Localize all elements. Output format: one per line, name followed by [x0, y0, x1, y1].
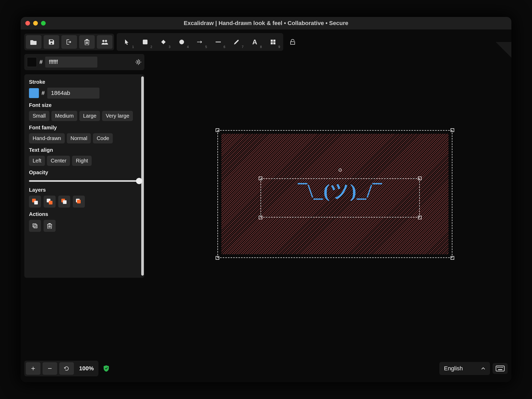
canvas[interactable]: ¯\_(ツ)_/¯: [144, 70, 511, 382]
hash-label: #: [42, 90, 45, 96]
svg-rect-15: [498, 367, 499, 368]
opacity-label: Opacity: [29, 170, 140, 176]
font-family-handdrawn[interactable]: Hand-drawn: [29, 133, 65, 143]
canvas-bg-swatch[interactable]: [27, 57, 37, 67]
font-family-label: Font family: [29, 125, 140, 131]
tool-number: 3: [169, 45, 170, 49]
svg-rect-7: [273, 40, 275, 42]
duplicate-button[interactable]: [29, 220, 41, 232]
properties-panel: Stroke # Font size Small Medium Large Ve…: [24, 74, 144, 278]
svg-rect-13: [496, 366, 504, 371]
close-window-button[interactable]: [25, 21, 30, 26]
export-button[interactable]: [61, 35, 77, 49]
keyboard-shortcuts-button[interactable]: [493, 363, 508, 374]
collaborate-button[interactable]: [97, 35, 113, 49]
canvas-bg-input[interactable]: [45, 57, 97, 68]
titlebar: Excalidraw | Hand-drawn look & feel • Co…: [21, 17, 511, 29]
opacity-slider[interactable]: [29, 180, 140, 182]
resize-handle-tl[interactable]: [259, 177, 262, 180]
tool-rectangle[interactable]: 2: [136, 34, 154, 50]
stroke-row: #: [29, 88, 140, 99]
tool-text[interactable]: A 8: [246, 34, 264, 50]
font-size-very-large[interactable]: Very large: [102, 111, 133, 121]
resize-handle-tr[interactable]: [418, 177, 422, 180]
bring-forward-button[interactable]: [58, 196, 70, 208]
zoom-out-button[interactable]: −: [43, 362, 57, 375]
font-family-normal[interactable]: Normal: [67, 133, 91, 143]
resize-handle-tl[interactable]: [216, 128, 219, 132]
svg-rect-18: [502, 367, 503, 368]
text-align-right[interactable]: Right: [72, 156, 92, 166]
font-size-large[interactable]: Large: [79, 111, 100, 121]
svg-rect-12: [34, 225, 37, 228]
tool-arrow[interactable]: 5: [191, 34, 209, 50]
font-family-options: Hand-drawn Normal Code: [29, 133, 140, 143]
svg-rect-11: [33, 224, 36, 227]
minimize-window-button[interactable]: [33, 21, 38, 26]
language-select[interactable]: English: [439, 362, 490, 375]
tool-library[interactable]: 9: [264, 34, 282, 50]
open-button[interactable]: [26, 35, 42, 49]
svg-rect-2: [143, 40, 147, 44]
opacity-thumb[interactable]: [136, 178, 142, 184]
bring-to-front-button[interactable]: [73, 196, 85, 208]
tool-number: 1: [132, 45, 134, 49]
maximize-window-button[interactable]: [41, 21, 46, 26]
resize-handle-br[interactable]: [451, 256, 454, 260]
stroke-input[interactable]: [47, 88, 99, 99]
panel-scrollbar[interactable]: [141, 76, 144, 276]
window-title: Excalidraw | Hand-drawn look & feel • Co…: [184, 20, 348, 27]
tool-draw[interactable]: 7: [227, 34, 246, 50]
svg-rect-17: [501, 367, 502, 368]
font-size-medium[interactable]: Medium: [51, 111, 77, 121]
svg-point-0: [102, 40, 104, 42]
resize-handle-br[interactable]: [418, 216, 422, 219]
send-backward-button[interactable]: [44, 196, 56, 208]
font-size-small[interactable]: Small: [29, 111, 49, 121]
stroke-swatch[interactable]: [29, 88, 39, 98]
resize-handle-bl[interactable]: [216, 256, 219, 260]
text-shape[interactable]: ¯\_(ツ)_/¯: [264, 178, 416, 203]
zoom-level: 100%: [76, 365, 97, 372]
tool-number: 5: [205, 45, 207, 49]
traffic-lights: [25, 21, 46, 26]
font-size-options: Small Medium Large Very large: [29, 111, 140, 121]
tool-selection[interactable]: 1: [118, 34, 136, 50]
save-button[interactable]: [44, 35, 59, 49]
svg-point-1: [105, 40, 107, 42]
zoom-reset-button[interactable]: [59, 362, 74, 375]
tool-toolbar: 1 2 3 4 5: [117, 33, 283, 51]
shield-icon[interactable]: [103, 365, 109, 372]
clear-canvas-button[interactable]: [79, 35, 95, 49]
send-to-back-button[interactable]: [29, 196, 41, 208]
tool-number: 7: [242, 45, 244, 49]
app-window: Excalidraw | Hand-drawn look & feel • Co…: [21, 17, 511, 382]
text-align-left[interactable]: Left: [29, 156, 45, 166]
text-align-label: Text align: [29, 147, 140, 153]
github-corner[interactable]: [496, 42, 511, 58]
tool-diamond[interactable]: 3: [154, 34, 173, 50]
text-align-center[interactable]: Center: [47, 156, 70, 166]
resize-handle-bl[interactable]: [259, 216, 262, 219]
rotate-handle[interactable]: [339, 168, 342, 172]
resize-handle-tr[interactable]: [451, 128, 454, 132]
tool-number: 6: [223, 45, 225, 49]
settings-button[interactable]: [135, 59, 142, 65]
tool-number: 4: [187, 45, 189, 49]
font-size-label: Font size: [29, 102, 140, 108]
language-label: English: [444, 365, 463, 372]
delete-button[interactable]: [44, 220, 56, 232]
layer-buttons: [29, 196, 140, 208]
tool-ellipse[interactable]: 4: [173, 34, 191, 50]
main-area: Stroke # Font size Small Medium Large Ve…: [21, 70, 511, 382]
svg-rect-8: [271, 42, 273, 44]
footer: + − 100% English: [24, 361, 508, 376]
tool-line[interactable]: 6: [209, 34, 227, 50]
font-family-code[interactable]: Code: [93, 133, 113, 143]
svg-point-4: [179, 40, 184, 44]
zoom-in-button[interactable]: +: [26, 362, 40, 375]
content-area: 1 2 3 4 5: [21, 29, 511, 382]
lock-icon[interactable]: [289, 39, 296, 45]
svg-rect-14: [497, 367, 498, 368]
stroke-label: Stroke: [29, 79, 140, 85]
